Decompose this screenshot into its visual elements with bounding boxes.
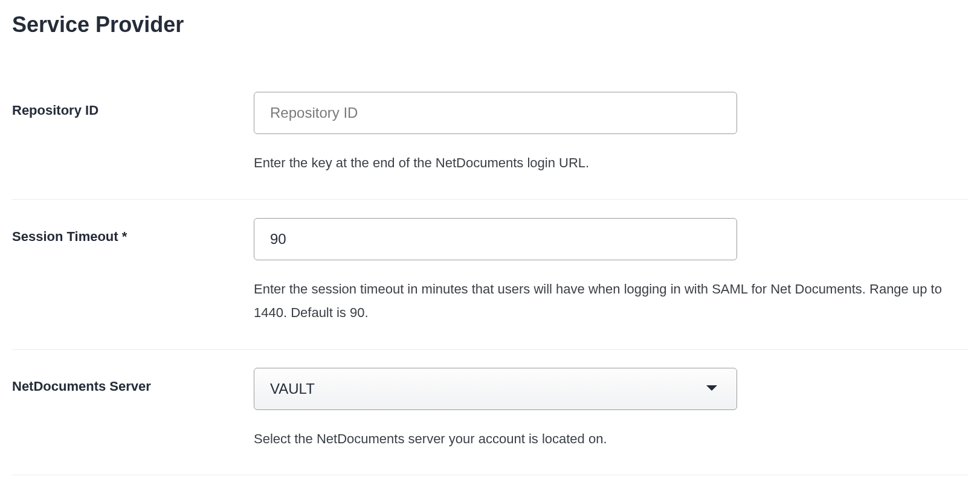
repository-id-input[interactable] [254, 92, 737, 134]
repository-id-control: Enter the key at the end of the NetDocum… [254, 92, 968, 175]
repository-id-label: Repository ID [12, 92, 254, 118]
repository-id-help: Enter the key at the end of the NetDocum… [254, 151, 968, 175]
server-select-wrap: VAULT [254, 368, 737, 410]
section-title: Service Provider [12, 12, 968, 37]
field-row-server: NetDocuments Server VAULT Select the Net… [12, 350, 968, 476]
server-control: VAULT Select the NetDocuments server you… [254, 368, 968, 451]
server-select[interactable]: VAULT [254, 368, 737, 410]
session-timeout-label: Session Timeout * [12, 218, 254, 245]
server-help: Select the NetDocuments server your acco… [254, 427, 968, 451]
server-label: NetDocuments Server [12, 368, 254, 394]
field-row-repository-id: Repository ID Enter the key at the end o… [12, 74, 968, 200]
session-timeout-input[interactable] [254, 218, 737, 260]
session-timeout-control: Enter the session timeout in minutes tha… [254, 218, 968, 325]
field-row-session-timeout: Session Timeout * Enter the session time… [12, 200, 968, 350]
session-timeout-help: Enter the session timeout in minutes tha… [254, 277, 968, 325]
